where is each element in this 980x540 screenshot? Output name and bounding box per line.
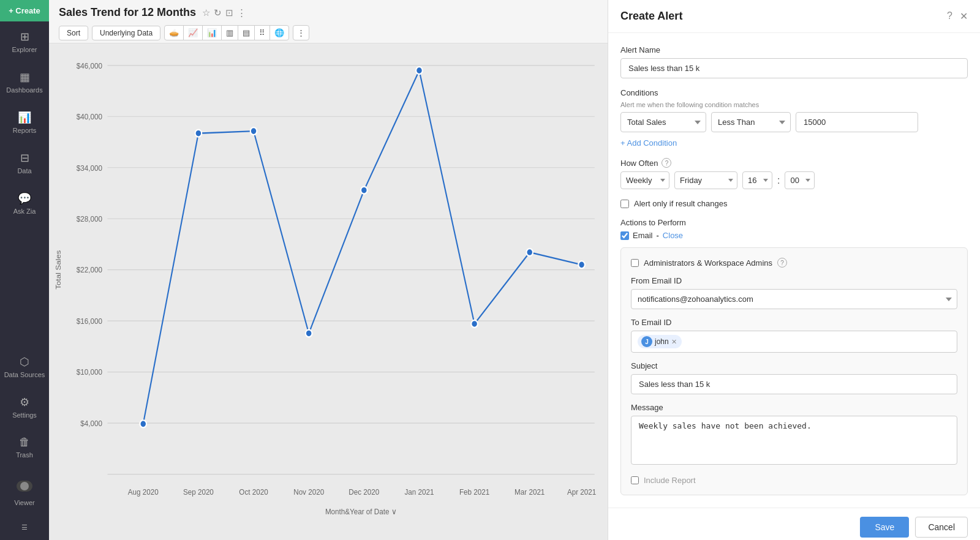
- chart-dot-apr: [578, 261, 585, 268]
- chart-dot-aug: [140, 420, 146, 427]
- scatter-icon[interactable]: ⠿: [255, 26, 270, 40]
- viewer-label: Viewer: [14, 499, 34, 506]
- sidebar-item-data[interactable]: ⊟ Data: [0, 143, 49, 183]
- chart-area: Sales Trend for 12 Months ☆ ↻ ⊡ ⋮ Sort U…: [49, 0, 608, 540]
- conditions-section: Conditions Alert me when the following c…: [620, 88, 968, 148]
- chart-dot-oct: [251, 127, 257, 135]
- data-icon: ⊟: [20, 151, 29, 165]
- email-checkbox[interactable]: [620, 231, 629, 240]
- include-report-checkbox[interactable]: [631, 476, 639, 484]
- email-close-link[interactable]: Close: [663, 231, 683, 240]
- from-email-label: From Email ID: [631, 276, 957, 285]
- time-colon: :: [777, 175, 780, 186]
- pie-chart-icon[interactable]: 🥧: [165, 26, 184, 40]
- close-panel-icon[interactable]: ✕: [960, 10, 968, 22]
- line-chart-icon[interactable]: 📈: [184, 26, 203, 40]
- alert-if-changes-checkbox[interactable]: [620, 200, 629, 208]
- save-button[interactable]: Save: [860, 517, 909, 538]
- condition-operator-select[interactable]: Less Than: [711, 112, 791, 132]
- svg-text:$4,000: $4,000: [80, 419, 102, 428]
- underlying-data-button[interactable]: Underlying Data: [92, 26, 160, 40]
- svg-text:Jan 2021: Jan 2021: [404, 487, 434, 497]
- alert-name-input[interactable]: [620, 58, 968, 78]
- sort-button[interactable]: Sort: [59, 26, 88, 40]
- chart-line: [143, 70, 582, 424]
- cancel-button[interactable]: Cancel: [915, 517, 968, 538]
- from-email-select[interactable]: notifications@zohoanalytics.com: [631, 289, 957, 309]
- alert-panel-title: Create Alert: [620, 10, 682, 23]
- sidebar-item-settings[interactable]: ⚙ Settings: [0, 387, 49, 427]
- email-dash: -: [657, 231, 659, 240]
- admin-row: Administrators & Workspace Admins ?: [631, 258, 957, 268]
- chart-dot-nov: [306, 330, 312, 337]
- message-section: Message Weekly sales have not been achie…: [631, 403, 957, 467]
- bar-chart-icon[interactable]: 📊: [203, 26, 222, 40]
- svg-text:Total Sales: Total Sales: [55, 250, 62, 290]
- sidebar-item-viewer[interactable]: Viewer: [0, 467, 49, 515]
- bar-h-icon[interactable]: ▤: [238, 26, 255, 40]
- star-icon[interactable]: ☆: [202, 7, 210, 18]
- add-condition-link[interactable]: + Add Condition: [620, 138, 677, 148]
- frequency-select[interactable]: Weekly Daily Monthly: [620, 171, 669, 189]
- how-often-help-icon[interactable]: ?: [662, 158, 671, 168]
- svg-text:Oct 2020: Oct 2020: [239, 487, 268, 497]
- sidebar-item-menu[interactable]: ☰: [0, 515, 49, 540]
- svg-text:Dec 2020: Dec 2020: [349, 487, 379, 497]
- email-tag-close-icon[interactable]: ✕: [671, 338, 677, 346]
- email-label: Email: [633, 231, 653, 240]
- help-icon[interactable]: ?: [947, 10, 952, 22]
- svg-text:$10,000: $10,000: [77, 368, 102, 377]
- chart-dot-sep: [195, 130, 202, 137]
- svg-text:Nov 2020: Nov 2020: [293, 487, 324, 497]
- explorer-icon: ⊞: [20, 30, 29, 43]
- sidebar-item-data-sources[interactable]: ⬡ Data Sources: [0, 347, 49, 387]
- sidebar-item-explorer[interactable]: ⊞ Explorer: [0, 21, 49, 62]
- condition-field-select[interactable]: Total Sales: [620, 112, 706, 132]
- admin-help-icon[interactable]: ?: [777, 258, 787, 268]
- data-sources-icon: ⬡: [20, 355, 29, 369]
- chart-dot-mar: [526, 249, 533, 256]
- create-button[interactable]: + Create: [0, 0, 49, 21]
- actions-section: Actions to Perform Email - Close Adminis…: [620, 218, 968, 495]
- sidebar-item-dashboards[interactable]: ▦ Dashboards: [0, 62, 49, 102]
- chart-toolbar: Sort Underlying Data 🥧 📈 📊 ▥ ▤ ⠿ 🌐 ⋮: [49, 23, 608, 43]
- more-chart-options-icon[interactable]: ⋮: [293, 25, 309, 40]
- chart-title: Sales Trend for 12 Months: [59, 6, 196, 19]
- day-select[interactable]: Friday Monday Tuesday Wednesday Thursday…: [674, 171, 737, 189]
- main-content: Sales Trend for 12 Months ☆ ↻ ⊡ ⋮ Sort U…: [49, 0, 608, 540]
- alert-footer: Save Cancel: [608, 508, 980, 540]
- email-tag-john: J john ✕: [638, 335, 682, 348]
- sidebar-item-ask-zia[interactable]: 💬 Ask Zia: [0, 183, 49, 223]
- message-textarea[interactable]: Weekly sales have not been achieved.: [631, 416, 957, 465]
- sidebar-item-label: Data: [17, 167, 31, 174]
- geo-icon[interactable]: 🌐: [270, 26, 288, 40]
- alert-if-changes-label: Alert only if result changes: [634, 199, 727, 208]
- conditions-row: Total Sales Less Than: [620, 112, 968, 132]
- to-email-field[interactable]: J john ✕: [631, 331, 957, 353]
- sidebar-item-reports[interactable]: 📊 Reports: [0, 102, 49, 143]
- condition-value-input[interactable]: [796, 112, 918, 132]
- subject-label: Subject: [631, 361, 957, 370]
- hour-select[interactable]: 16: [742, 171, 772, 189]
- sidebar-item-label: Dashboards: [6, 86, 42, 94]
- minute-select[interactable]: 00 15 30 45: [785, 171, 815, 189]
- sidebar-item-trash[interactable]: 🗑 Trash: [0, 427, 49, 467]
- admin-checkbox[interactable]: [631, 259, 639, 267]
- alert-panel-header: Create Alert ? ✕: [608, 0, 980, 33]
- dashboards-icon: ▦: [20, 70, 30, 84]
- save-view-icon[interactable]: ⊡: [225, 7, 233, 18]
- refresh-icon[interactable]: ↻: [214, 7, 222, 18]
- svg-text:$40,000: $40,000: [77, 112, 102, 121]
- how-often-label: How Often: [620, 159, 658, 168]
- more-options-icon[interactable]: ⋮: [237, 7, 246, 18]
- subject-input[interactable]: [631, 374, 957, 394]
- alert-panel-header-icons: ? ✕: [947, 10, 968, 22]
- svg-text:$46,000: $46,000: [77, 61, 102, 70]
- svg-text:$34,000: $34,000: [77, 163, 102, 173]
- viewer-toggle[interactable]: [17, 481, 32, 492]
- stacked-bar-icon[interactable]: ▥: [222, 26, 238, 40]
- chart-header-icons: ☆ ↻ ⊡ ⋮: [202, 7, 246, 18]
- trash-icon: 🗑: [19, 436, 30, 449]
- email-expanded: Administrators & Workspace Admins ? From…: [620, 247, 968, 495]
- hamburger-icon: ☰: [21, 523, 28, 531]
